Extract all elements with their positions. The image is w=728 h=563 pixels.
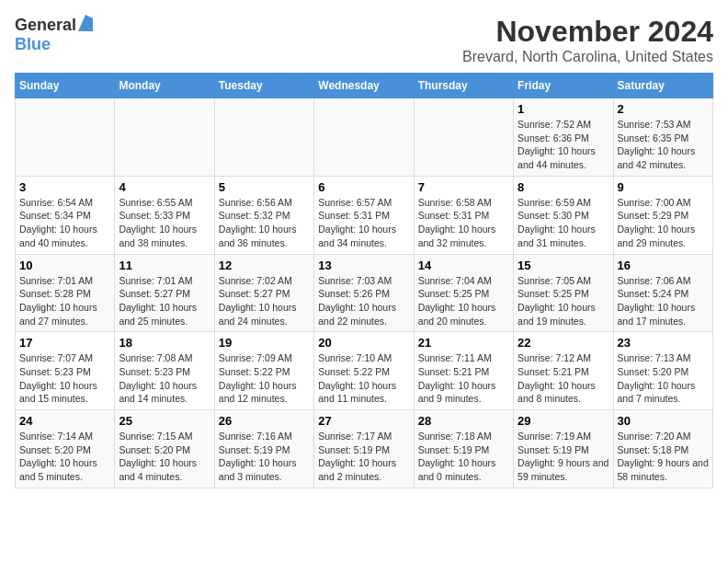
day-info: Sunset: 5:25 PM [418,287,509,301]
day-number: 4 [119,180,210,194]
day-number: 15 [518,259,609,272]
day-info: Sunrise: 7:11 AM [418,351,509,365]
day-number: 2 [618,102,709,116]
day-number: 30 [618,414,709,428]
day-info: Sunset: 5:19 PM [518,443,609,457]
day-info: Sunrise: 7:12 AM [518,351,609,365]
day-info: Sunset: 5:26 PM [318,287,409,301]
weekday-header: Monday [115,74,214,98]
day-info: Sunrise: 7:52 AM [518,118,609,132]
day-info: Sunrise: 7:06 AM [618,274,709,288]
calendar-cell [214,98,313,177]
calendar-cell: 21Sunrise: 7:11 AMSunset: 5:21 PMDayligh… [414,332,513,410]
calendar-body: 1Sunrise: 7:52 AMSunset: 6:36 PMDaylight… [16,98,713,488]
day-number: 11 [119,259,210,272]
calendar-cell [414,98,513,177]
day-info: Sunset: 5:34 PM [19,209,110,223]
logo: General Blue [15,15,93,54]
calendar-week-row: 1Sunrise: 7:52 AMSunset: 6:36 PMDaylight… [16,98,713,177]
month-title: November 2024 [462,15,713,49]
calendar-cell: 11Sunrise: 7:01 AMSunset: 5:27 PMDayligh… [115,254,214,332]
day-info: Sunrise: 6:58 AM [418,196,509,210]
day-info: Sunrise: 7:05 AM [518,274,609,288]
day-number: 10 [19,259,110,272]
day-info: Daylight: 10 hours and 17 minutes. [618,301,709,327]
calendar-cell: 16Sunrise: 7:06 AMSunset: 5:24 PMDayligh… [613,254,712,332]
day-info: Sunset: 6:35 PM [618,132,709,145]
day-info: Sunrise: 7:20 AM [618,430,709,443]
calendar-cell: 19Sunrise: 7:09 AMSunset: 5:22 PMDayligh… [214,332,313,410]
day-info: Sunset: 5:32 PM [219,209,310,223]
day-info: Daylight: 10 hours and 36 minutes. [219,223,310,249]
day-info: Sunset: 5:29 PM [618,209,709,223]
day-info: Sunset: 5:28 PM [19,287,110,301]
day-info: Daylight: 10 hours and 24 minutes. [219,301,310,327]
day-info: Daylight: 10 hours and 42 minutes. [618,144,709,171]
day-info: Sunset: 5:23 PM [119,365,210,379]
calendar-week-row: 3Sunrise: 6:54 AMSunset: 5:34 PMDaylight… [16,176,713,254]
day-info: Sunrise: 7:13 AM [618,351,709,365]
logo-blue-text: Blue [15,35,51,54]
day-info: Sunset: 5:20 PM [618,365,709,379]
weekday-header: Wednesday [314,74,414,98]
day-info: Sunrise: 7:53 AM [618,118,709,132]
day-info: Daylight: 10 hours and 4 minutes. [119,456,210,483]
day-info: Daylight: 10 hours and 20 minutes. [418,301,509,327]
day-info: Daylight: 10 hours and 38 minutes. [119,223,210,249]
calendar-cell: 9Sunrise: 7:00 AMSunset: 5:29 PMDaylight… [613,176,712,254]
day-info: Daylight: 10 hours and 14 minutes. [119,379,210,406]
day-info: Sunrise: 7:02 AM [219,274,310,288]
day-info: Sunset: 5:25 PM [518,287,609,301]
calendar-cell: 26Sunrise: 7:16 AMSunset: 5:19 PMDayligh… [214,410,313,488]
calendar-cell: 25Sunrise: 7:15 AMSunset: 5:20 PMDayligh… [115,410,214,488]
day-number: 12 [219,259,310,272]
day-number: 27 [318,414,409,428]
day-info: Daylight: 10 hours and 3 minutes. [219,456,310,483]
day-info: Sunset: 5:22 PM [219,365,310,379]
day-info: Daylight: 10 hours and 34 minutes. [318,223,409,249]
day-info: Sunrise: 7:08 AM [119,351,210,365]
day-info: Daylight: 10 hours and 15 minutes. [19,379,110,406]
day-info: Sunrise: 7:09 AM [219,351,310,365]
day-number: 24 [19,414,110,428]
calendar-cell: 28Sunrise: 7:18 AMSunset: 5:19 PMDayligh… [414,410,513,488]
day-number: 6 [318,180,409,194]
day-info: Daylight: 10 hours and 19 minutes. [518,301,609,327]
calendar-table: SundayMondayTuesdayWednesdayThursdayFrid… [15,73,713,488]
calendar-cell: 4Sunrise: 6:55 AMSunset: 5:33 PMDaylight… [115,176,214,254]
day-info: Sunset: 5:19 PM [318,443,409,457]
day-info: Daylight: 10 hours and 31 minutes. [518,223,609,249]
day-info: Sunset: 5:20 PM [119,443,210,457]
day-number: 7 [418,180,509,194]
day-info: Daylight: 10 hours and 32 minutes. [418,223,509,249]
day-info: Sunrise: 7:07 AM [19,351,110,365]
calendar-cell: 7Sunrise: 6:58 AMSunset: 5:31 PMDaylight… [414,176,513,254]
weekday-header: Sunday [16,74,115,98]
calendar-cell: 24Sunrise: 7:14 AMSunset: 5:20 PMDayligh… [16,410,115,488]
calendar-cell: 29Sunrise: 7:19 AMSunset: 5:19 PMDayligh… [514,410,613,488]
calendar-week-row: 17Sunrise: 7:07 AMSunset: 5:23 PMDayligh… [16,332,713,410]
day-info: Daylight: 10 hours and 29 minutes. [618,223,709,249]
calendar-week-row: 24Sunrise: 7:14 AMSunset: 5:20 PMDayligh… [16,410,713,488]
day-number: 16 [618,259,709,272]
calendar-cell: 17Sunrise: 7:07 AMSunset: 5:23 PMDayligh… [16,332,115,410]
day-number: 3 [19,180,110,194]
day-number: 5 [219,180,310,194]
day-info: Sunrise: 7:03 AM [318,274,409,288]
day-info: Sunset: 6:36 PM [518,132,609,145]
day-info: Daylight: 10 hours and 9 minutes. [418,379,509,406]
day-info: Sunrise: 7:17 AM [318,430,409,443]
calendar-cell: 1Sunrise: 7:52 AMSunset: 6:36 PMDaylight… [514,98,613,177]
day-info: Daylight: 10 hours and 5 minutes. [19,456,110,483]
weekday-row: SundayMondayTuesdayWednesdayThursdayFrid… [16,74,713,98]
day-number: 1 [518,102,609,116]
day-info: Daylight: 10 hours and 44 minutes. [518,144,609,171]
calendar-week-row: 10Sunrise: 7:01 AMSunset: 5:28 PMDayligh… [16,254,713,332]
calendar-cell: 14Sunrise: 7:04 AMSunset: 5:25 PMDayligh… [414,254,513,332]
day-number: 20 [318,336,409,350]
calendar-cell: 12Sunrise: 7:02 AMSunset: 5:27 PMDayligh… [214,254,313,332]
calendar-cell: 13Sunrise: 7:03 AMSunset: 5:26 PMDayligh… [314,254,414,332]
day-info: Sunset: 5:31 PM [418,209,509,223]
calendar-cell: 10Sunrise: 7:01 AMSunset: 5:28 PMDayligh… [16,254,115,332]
svg-marker-0 [78,15,93,31]
